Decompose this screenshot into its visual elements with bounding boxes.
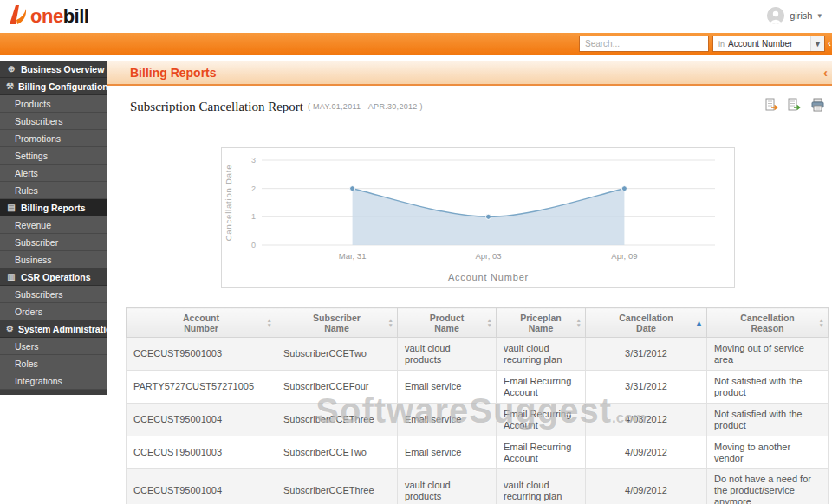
table-row: CCECUST95001004SubscriberCCEThreevault c… (127, 469, 829, 504)
table-cell: CCECUST95001004 (127, 404, 276, 436)
app-root: onebill girish ▾ in Account Number ▼ ‹ ⊕… (0, 0, 832, 504)
table-cell: Email service (398, 404, 497, 436)
sidebar-item-subscribers[interactable]: Subscribers (0, 286, 107, 303)
sidebar-item-business[interactable]: Business (0, 251, 107, 268)
search-bar: in Account Number ▼ ‹ (0, 33, 832, 55)
user-menu[interactable]: girish ▾ (767, 7, 822, 24)
sidebar-item-settings[interactable]: Settings (0, 147, 107, 165)
table-cell: Not satisfied with the product (707, 404, 829, 436)
export-toolbar (765, 98, 825, 115)
sort-icon: ▲▼ (267, 318, 272, 328)
page-header: Billing Reports ‹ (107, 61, 832, 86)
table-cell: SubscriberCCETwo (276, 338, 398, 371)
gear-icon: ⚙ (6, 324, 14, 333)
table-header: AccountNumber▲▼SubscriberName▲▼ProductNa… (127, 308, 829, 338)
sidebar-item-revenue[interactable]: Revenue (0, 216, 107, 234)
sort-icon: ▲▼ (819, 318, 824, 328)
table-row: CCECUST95001003SubscriberCCETwoEmail ser… (127, 436, 829, 469)
sidebar-item-users[interactable]: Users (0, 338, 107, 355)
sidebar-item-label: Subscribers (15, 116, 62, 126)
y-tick-label: 3 (251, 156, 256, 165)
table-cell: Email service (398, 436, 497, 469)
sidebar-item-system-administration[interactable]: ⚙System Administration (0, 320, 107, 338)
sidebar-item-label: Roles (15, 359, 38, 369)
filter-selected-value: Account Number (728, 39, 810, 48)
sidebar-item-label: Billing Reports (21, 203, 86, 213)
onebill-logo[interactable]: onebill (7, 3, 88, 29)
table-cell: vault cloud recurring plan (497, 338, 586, 371)
y-tick-label: 2 (251, 184, 256, 193)
sidebar-item-label: Orders (15, 307, 42, 317)
sidebar-item-business-overview[interactable]: ⊕Business Overview (0, 61, 107, 78)
table-cell: SubscriberCCETwo (276, 436, 398, 469)
user-name: girish (790, 10, 812, 21)
sort-asc-icon: ▲ (695, 319, 703, 326)
table-cell: SubscriberCCEThree (276, 404, 398, 436)
table-body: CCECUST95001003SubscriberCCETwovault clo… (127, 338, 829, 504)
sidebar-item-label: Users (15, 341, 38, 352)
sidebar-item-orders[interactable]: Orders (0, 303, 107, 320)
x-tick-label: Apr, 09 (611, 251, 637, 261)
sidebar-item-roles[interactable]: Roles (0, 355, 107, 372)
sidebar-item-subscriber[interactable]: Subscriber (0, 234, 107, 251)
sidebar-item-promotions[interactable]: Promotions (0, 130, 107, 147)
chart-card: 0123Mar, 31Apr, 03Apr, 09Account NumberC… (221, 147, 735, 288)
sidebar-item-integrations[interactable]: Integrations (0, 372, 107, 390)
table-cell: 4/09/2012 (586, 436, 707, 469)
table-cell: 4/03/2012 (586, 404, 707, 436)
sidebar-item-label: Promotions (15, 133, 61, 144)
reports-icon: ▤ (6, 203, 16, 212)
column-header-cancellation-reason[interactable]: CancellationReason▲▼ (707, 308, 829, 338)
search-filter-dropdown[interactable]: in Account Number ▼ (712, 36, 825, 52)
print-icon[interactable] (810, 98, 825, 115)
table-cell: Moving out of service area (707, 338, 829, 371)
sidebar-item-subscribers[interactable]: Subscribers (0, 113, 107, 130)
column-header-priceplan-name[interactable]: PriceplanName▲▼ (497, 308, 586, 338)
y-tick-label: 0 (251, 241, 256, 249)
column-header-account-number[interactable]: AccountNumber▲▼ (127, 308, 276, 338)
table-row: PARTY5727CUST57271005SubscriberCCEFourEm… (127, 371, 829, 404)
sidebar-item-label: Alerts (15, 168, 38, 178)
sidebar-item-label: Revenue (15, 220, 51, 230)
sidebar-item-label: Products (15, 99, 50, 109)
x-axis-title: Account Number (448, 272, 529, 282)
report-bar: Subscription Cancellation Report ( MAY.0… (107, 89, 832, 124)
column-header-product-name[interactable]: ProductName▲▼ (398, 308, 497, 338)
table-cell: 3/31/2012 (586, 371, 707, 404)
brand-text: onebill (30, 5, 88, 28)
sidebar-item-rules[interactable]: Rules (0, 182, 107, 199)
sidebar-footer-cap (0, 390, 107, 395)
top-bar: onebill girish ▾ (0, 0, 832, 33)
table-cell: Moving to another vendor (707, 436, 829, 469)
sidebar-item-csr-operations[interactable]: ▥CSR Operations (0, 268, 107, 286)
export-file-icon[interactable] (765, 98, 780, 115)
sidebar-item-label: Business (15, 255, 52, 265)
chevron-down-icon: ▾ (817, 11, 822, 20)
page-title: Billing Reports (107, 66, 217, 80)
table-cell: CCECUST95001003 (127, 338, 276, 371)
collapse-panel-icon[interactable]: ‹ (828, 37, 831, 49)
search-input[interactable] (579, 36, 709, 52)
export-excel-icon[interactable] (788, 98, 803, 115)
sidebar-item-alerts[interactable]: Alerts (0, 165, 107, 182)
column-header-cancellation-date[interactable]: CancellationDate▲ (586, 308, 707, 338)
table-cell: PARTY5727CUST57271005 (127, 371, 276, 404)
table-cell: Do not have a need for the product/servi… (707, 469, 829, 504)
chevron-down-icon: ▼ (810, 36, 824, 51)
data-point (486, 214, 491, 219)
cancellation-report-table: AccountNumber▲▼SubscriberName▲▼ProductNa… (126, 307, 829, 504)
y-axis-title: Cancellation Date (224, 165, 233, 242)
bar-chart-icon: ▥ (6, 272, 16, 281)
column-header-subscriber-name[interactable]: SubscriberName▲▼ (276, 308, 398, 338)
sidebar-item-billing-reports[interactable]: ▤Billing Reports (0, 199, 107, 216)
sidebar-item-label: Billing Configuration (18, 81, 108, 92)
brand-part-bill: bill (63, 5, 89, 27)
table-cell: 3/31/2012 (586, 338, 707, 371)
collapse-header-icon[interactable]: ‹ (823, 65, 828, 80)
table-cell: CCECUST95001003 (127, 436, 276, 469)
sidebar-item-label: CSR Operations (21, 272, 91, 282)
sidebar-item-billing-configuration[interactable]: ⚒Billing Configuration (0, 78, 107, 95)
data-point (350, 186, 355, 191)
sidebar-item-products[interactable]: Products (0, 95, 107, 113)
sidebar-item-label: Rules (15, 185, 38, 196)
